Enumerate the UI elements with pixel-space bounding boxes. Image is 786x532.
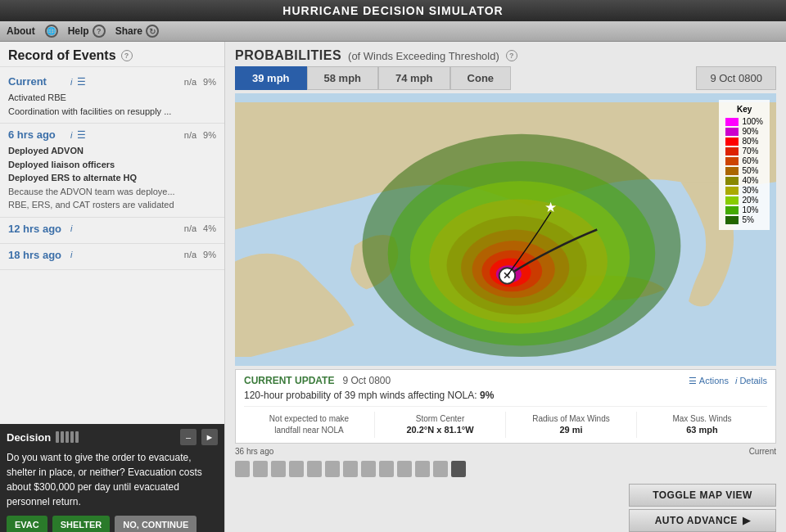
- event-6hrs-na: n/a: [184, 130, 196, 140]
- timeline-tick-3[interactable]: [271, 461, 286, 477]
- decision-bar-2: [61, 431, 64, 443]
- stat-storm-center-value: 20.2°N x 81.1°W: [380, 425, 500, 435]
- update-header: CURRENT UPDATE 9 Oct 0800 ☰ Actions i De…: [244, 375, 767, 386]
- globe-icon[interactable]: 🌐: [45, 25, 58, 38]
- event-6hrs-pct: 9%: [203, 130, 216, 140]
- event-12hrs: 12 hrs ago i n/a 4%: [0, 218, 224, 244]
- share-icon: ↻: [146, 25, 159, 38]
- event-detail-item: Because the ADVON team was deploye...: [8, 185, 216, 199]
- key-label-10: 10%: [742, 205, 758, 214]
- key-label-5: 5%: [742, 215, 753, 224]
- key-row-100: 100%: [725, 117, 763, 126]
- details-link[interactable]: i Details: [735, 376, 767, 385]
- shelter-button[interactable]: SHELTER: [52, 516, 111, 532]
- map-key: Key 100% 90% 80% 70%: [719, 100, 770, 230]
- update-actions: ☰ Actions i Details: [689, 376, 767, 386]
- event-current-header: Current i ☰ n/a 9%: [8, 75, 216, 88]
- timeline-tick-2[interactable]: [253, 461, 268, 477]
- event-6hrs: 6 hrs ago i ☰ n/a 9% Deployed ADVON Depl…: [0, 124, 224, 218]
- event-12hrs-header: 12 hrs ago i n/a 4%: [8, 223, 216, 235]
- stat-max-winds: Max Sus. Winds 63 mph: [637, 412, 767, 438]
- tab-74mph[interactable]: 74 mph: [378, 66, 450, 90]
- prob-date: 9 Oct 0800: [696, 66, 776, 90]
- record-help-icon[interactable]: ?: [121, 50, 133, 61]
- auto-advance-button[interactable]: AUTO ADVANCE ▶: [629, 509, 776, 532]
- decision-title: Decision – ►: [7, 429, 218, 445]
- stat-storm-center: Storm Center 20.2°N x 81.1°W: [375, 412, 506, 438]
- about-nav[interactable]: About: [7, 25, 35, 37]
- timeline-tick-10[interactable]: [397, 461, 412, 477]
- decision-expand-icon[interactable]: ►: [201, 429, 218, 445]
- decision-icons: – ►: [180, 429, 218, 445]
- event-current-na: n/a: [184, 77, 196, 87]
- timeline-right-label: Current: [749, 447, 776, 456]
- stat-landfall-label: Not expected to makelandfall near NOLA: [249, 413, 369, 436]
- decision-bar-4: [70, 431, 74, 443]
- actions-link[interactable]: ☰ Actions: [689, 376, 729, 386]
- timeline-tick-1[interactable]: [235, 461, 250, 477]
- timeline-tick-12[interactable]: [433, 461, 448, 477]
- stat-radius: Radius of Max Winds 29 mi: [506, 412, 637, 438]
- event-6hrs-info-icon[interactable]: i: [70, 130, 72, 140]
- timeline-tick-7[interactable]: [343, 461, 358, 477]
- event-18hrs-info-icon[interactable]: i: [70, 250, 72, 259]
- toggle-map-button[interactable]: TOGGLE MAP VIEW: [629, 484, 776, 507]
- event-6hrs-stats: n/a 9%: [184, 130, 216, 140]
- decision-progress-bars: [56, 431, 79, 443]
- event-current-time: Current: [8, 75, 66, 88]
- key-label-60: 60%: [742, 156, 758, 165]
- timeline-tick-11[interactable]: [415, 461, 430, 477]
- help-nav[interactable]: Help ?: [68, 25, 106, 38]
- title-bar: HURRICANE DECISION SIMULATOR: [0, 0, 786, 21]
- record-header: Record of Events ?: [0, 42, 224, 67]
- stat-max-winds-value: 63 mph: [642, 425, 762, 435]
- evac-button[interactable]: EVAC: [7, 516, 47, 532]
- key-swatch-30: [725, 187, 739, 195]
- help-label: Help: [68, 25, 89, 37]
- stat-radius-value: 29 mi: [511, 425, 631, 435]
- bottom-buttons: TOGGLE MAP VIEW AUTO ADVANCE ▶: [225, 480, 786, 532]
- update-time: 9 Oct 0800: [342, 375, 391, 386]
- key-swatch-10: [725, 206, 739, 214]
- stat-radius-label: Radius of Max Winds: [511, 413, 631, 425]
- key-row-70: 70%: [725, 147, 763, 156]
- timeline-tick-8[interactable]: [361, 461, 376, 477]
- no-continue-button[interactable]: NO, CONTINUE: [115, 516, 196, 532]
- key-swatch-50: [725, 167, 739, 175]
- key-swatch-5: [725, 216, 739, 224]
- key-row-5: 5%: [725, 215, 763, 224]
- decision-text: Do you want to give the order to evacuat…: [7, 450, 218, 509]
- timeline-tick-13[interactable]: [451, 461, 466, 477]
- event-current-info-icon[interactable]: i: [70, 77, 72, 87]
- key-swatch-20: [725, 196, 739, 205]
- decision-bar-3: [66, 431, 69, 443]
- current-update-panel: CURRENT UPDATE 9 Oct 0800 ☰ Actions i De…: [235, 369, 776, 444]
- event-18hrs: 18 hrs ago i n/a 9%: [0, 244, 224, 270]
- timeline-tick-4[interactable]: [289, 461, 304, 477]
- decision-minimize-icon[interactable]: –: [180, 429, 196, 445]
- right-panel: PROBABILITIES (of Winds Exceeding Thresh…: [225, 42, 786, 532]
- event-12hrs-time: 12 hrs ago: [8, 223, 66, 235]
- timeline-tick-6[interactable]: [325, 461, 340, 477]
- key-label-80: 80%: [742, 137, 758, 146]
- tab-39mph[interactable]: 39 mph: [235, 66, 307, 90]
- event-18hrs-na: n/a: [184, 250, 196, 259]
- event-current: Current i ☰ n/a 9% Activated RBE Coordin…: [0, 70, 224, 124]
- key-swatch-80: [725, 138, 739, 146]
- event-current-details: Activated RBE Coordination with faciliti…: [8, 91, 216, 118]
- tab-cone[interactable]: Cone: [450, 66, 512, 90]
- about-label: About: [7, 25, 35, 37]
- timeline-tick-5[interactable]: [307, 461, 322, 477]
- share-nav[interactable]: Share ↻: [115, 25, 159, 38]
- app-title: HURRICANE DECISION SIMULATOR: [282, 4, 503, 17]
- key-row-30: 30%: [725, 186, 763, 195]
- event-18hrs-pct: 9%: [203, 250, 216, 259]
- event-12hrs-info-icon[interactable]: i: [70, 223, 72, 233]
- tab-58mph[interactable]: 58 mph: [307, 66, 379, 90]
- event-6hrs-list-icon[interactable]: ☰: [77, 129, 86, 141]
- event-detail-item: Activated RBE: [8, 91, 216, 105]
- prob-help-icon[interactable]: ?: [506, 50, 517, 61]
- event-current-list-icon[interactable]: ☰: [77, 76, 86, 88]
- key-swatch-90: [725, 128, 739, 136]
- timeline-tick-9[interactable]: [379, 461, 394, 477]
